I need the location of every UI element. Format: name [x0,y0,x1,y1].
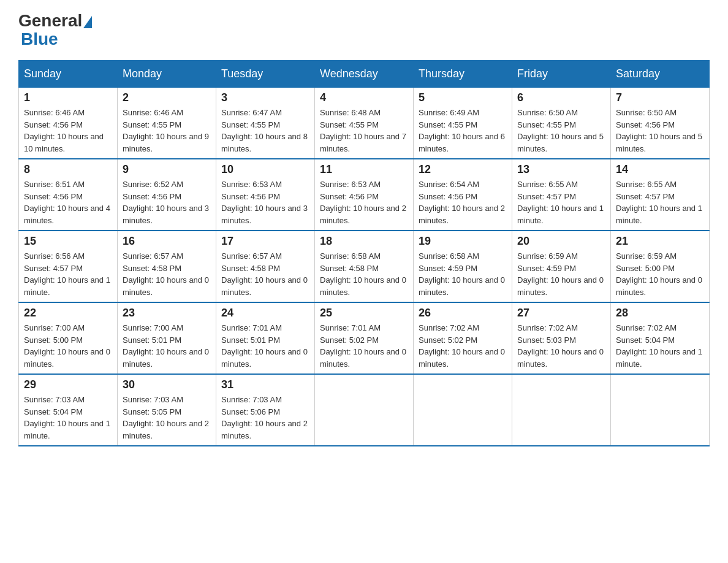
calendar-cell: 25Sunrise: 7:01 AMSunset: 5:02 PMDayligh… [315,302,414,374]
calendar-cell [315,374,414,446]
day-number: 28 [616,307,704,320]
day-number: 23 [123,307,211,320]
header-friday: Friday [512,61,611,87]
day-number: 1 [24,91,112,104]
day-info: Sunrise: 6:57 AMSunset: 4:58 PMDaylight:… [123,250,211,298]
logo-general-text: General [18,12,82,29]
day-info: Sunrise: 7:03 AMSunset: 5:06 PMDaylight:… [221,394,309,442]
calendar-cell: 5Sunrise: 6:49 AMSunset: 4:55 PMDaylight… [414,87,512,159]
calendar-cell: 21Sunrise: 6:59 AMSunset: 5:00 PMDayligh… [611,231,710,302]
day-info: Sunrise: 7:01 AMSunset: 5:02 PMDaylight:… [320,322,408,370]
calendar-cell: 23Sunrise: 7:00 AMSunset: 5:01 PMDayligh… [118,302,216,374]
day-info: Sunrise: 7:03 AMSunset: 5:04 PMDaylight:… [24,394,112,442]
calendar-cell: 9Sunrise: 6:52 AMSunset: 4:56 PMDaylight… [118,159,216,231]
header-saturday: Saturday [611,61,710,87]
day-info: Sunrise: 6:49 AMSunset: 4:55 PMDaylight:… [419,107,507,155]
calendar-cell: 22Sunrise: 7:00 AMSunset: 5:00 PMDayligh… [19,302,118,374]
day-number: 17 [221,235,309,248]
day-info: Sunrise: 6:58 AMSunset: 4:58 PMDaylight:… [320,250,408,298]
day-number: 13 [517,163,605,176]
logo: General Blue [18,12,92,48]
calendar-cell [611,374,710,446]
day-number: 31 [221,378,309,391]
calendar-cell: 26Sunrise: 7:02 AMSunset: 5:02 PMDayligh… [414,302,512,374]
calendar-cell: 10Sunrise: 6:53 AMSunset: 4:56 PMDayligh… [216,159,315,231]
day-info: Sunrise: 6:59 AMSunset: 5:00 PMDaylight:… [616,250,704,298]
day-number: 24 [221,307,309,320]
day-number: 5 [419,91,507,104]
day-info: Sunrise: 6:51 AMSunset: 4:56 PMDaylight:… [24,178,112,226]
day-number: 16 [123,235,211,248]
day-info: Sunrise: 7:00 AMSunset: 5:00 PMDaylight:… [24,322,112,370]
day-info: Sunrise: 6:59 AMSunset: 4:59 PMDaylight:… [517,250,605,298]
header-tuesday: Tuesday [216,61,315,87]
calendar-cell: 4Sunrise: 6:48 AMSunset: 4:55 PMDaylight… [315,87,414,159]
day-info: Sunrise: 7:02 AMSunset: 5:03 PMDaylight:… [517,322,605,370]
calendar-cell: 29Sunrise: 7:03 AMSunset: 5:04 PMDayligh… [19,374,118,446]
day-info: Sunrise: 6:50 AMSunset: 4:55 PMDaylight:… [517,107,605,155]
logo-triangle-icon [83,16,92,28]
day-number: 26 [419,307,507,320]
day-number: 8 [24,163,112,176]
day-info: Sunrise: 6:58 AMSunset: 4:59 PMDaylight:… [419,250,507,298]
calendar-cell: 14Sunrise: 6:55 AMSunset: 4:57 PMDayligh… [611,159,710,231]
calendar-week-row: 22Sunrise: 7:00 AMSunset: 5:00 PMDayligh… [19,302,710,374]
logo-blue-text: Blue [18,31,92,48]
calendar-cell: 6Sunrise: 6:50 AMSunset: 4:55 PMDaylight… [512,87,611,159]
header-sunday: Sunday [19,61,118,87]
day-number: 21 [616,235,704,248]
day-info: Sunrise: 6:56 AMSunset: 4:57 PMDaylight:… [24,250,112,298]
calendar-header-row: SundayMondayTuesdayWednesdayThursdayFrid… [19,61,710,87]
calendar-cell: 18Sunrise: 6:58 AMSunset: 4:58 PMDayligh… [315,231,414,302]
calendar-cell: 12Sunrise: 6:54 AMSunset: 4:56 PMDayligh… [414,159,512,231]
day-info: Sunrise: 7:03 AMSunset: 5:05 PMDaylight:… [123,394,211,442]
day-info: Sunrise: 6:46 AMSunset: 4:55 PMDaylight:… [123,107,211,155]
day-number: 3 [221,91,309,104]
day-info: Sunrise: 6:46 AMSunset: 4:56 PMDaylight:… [24,107,112,155]
day-info: Sunrise: 6:57 AMSunset: 4:58 PMDaylight:… [221,250,309,298]
calendar-cell: 17Sunrise: 6:57 AMSunset: 4:58 PMDayligh… [216,231,315,302]
day-info: Sunrise: 7:02 AMSunset: 5:04 PMDaylight:… [616,322,704,370]
day-number: 20 [517,235,605,248]
day-number: 10 [221,163,309,176]
day-info: Sunrise: 7:02 AMSunset: 5:02 PMDaylight:… [419,322,507,370]
header-wednesday: Wednesday [315,61,414,87]
header-thursday: Thursday [414,61,512,87]
calendar-cell: 11Sunrise: 6:53 AMSunset: 4:56 PMDayligh… [315,159,414,231]
logo-general: General [18,12,92,29]
day-info: Sunrise: 6:47 AMSunset: 4:55 PMDaylight:… [221,107,309,155]
day-info: Sunrise: 6:50 AMSunset: 4:56 PMDaylight:… [616,107,704,155]
day-number: 7 [616,91,704,104]
day-info: Sunrise: 7:00 AMSunset: 5:01 PMDaylight:… [123,322,211,370]
calendar-cell: 8Sunrise: 6:51 AMSunset: 4:56 PMDaylight… [19,159,118,231]
calendar-table: SundayMondayTuesdayWednesdayThursdayFrid… [18,60,710,446]
calendar-cell [414,374,512,446]
calendar-cell: 28Sunrise: 7:02 AMSunset: 5:04 PMDayligh… [611,302,710,374]
calendar-cell: 3Sunrise: 6:47 AMSunset: 4:55 PMDaylight… [216,87,315,159]
calendar-cell: 1Sunrise: 6:46 AMSunset: 4:56 PMDaylight… [19,87,118,159]
day-number: 25 [320,307,408,320]
calendar-cell: 20Sunrise: 6:59 AMSunset: 4:59 PMDayligh… [512,231,611,302]
calendar-cell: 24Sunrise: 7:01 AMSunset: 5:01 PMDayligh… [216,302,315,374]
day-number: 14 [616,163,704,176]
day-info: Sunrise: 6:54 AMSunset: 4:56 PMDaylight:… [419,178,507,226]
day-info: Sunrise: 6:53 AMSunset: 4:56 PMDaylight:… [320,178,408,226]
day-info: Sunrise: 7:01 AMSunset: 5:01 PMDaylight:… [221,322,309,370]
day-number: 11 [320,163,408,176]
calendar-cell: 16Sunrise: 6:57 AMSunset: 4:58 PMDayligh… [118,231,216,302]
day-info: Sunrise: 6:53 AMSunset: 4:56 PMDaylight:… [221,178,309,226]
day-info: Sunrise: 6:55 AMSunset: 4:57 PMDaylight:… [517,178,605,226]
day-number: 9 [123,163,211,176]
calendar-cell: 13Sunrise: 6:55 AMSunset: 4:57 PMDayligh… [512,159,611,231]
calendar-cell: 2Sunrise: 6:46 AMSunset: 4:55 PMDaylight… [118,87,216,159]
calendar-week-row: 15Sunrise: 6:56 AMSunset: 4:57 PMDayligh… [19,231,710,302]
day-number: 27 [517,307,605,320]
calendar-cell: 7Sunrise: 6:50 AMSunset: 4:56 PMDaylight… [611,87,710,159]
day-info: Sunrise: 6:55 AMSunset: 4:57 PMDaylight:… [616,178,704,226]
day-number: 19 [419,235,507,248]
calendar-week-row: 8Sunrise: 6:51 AMSunset: 4:56 PMDaylight… [19,159,710,231]
calendar-week-row: 1Sunrise: 6:46 AMSunset: 4:56 PMDaylight… [19,87,710,159]
calendar-cell: 27Sunrise: 7:02 AMSunset: 5:03 PMDayligh… [512,302,611,374]
calendar-cell: 15Sunrise: 6:56 AMSunset: 4:57 PMDayligh… [19,231,118,302]
day-number: 15 [24,235,112,248]
